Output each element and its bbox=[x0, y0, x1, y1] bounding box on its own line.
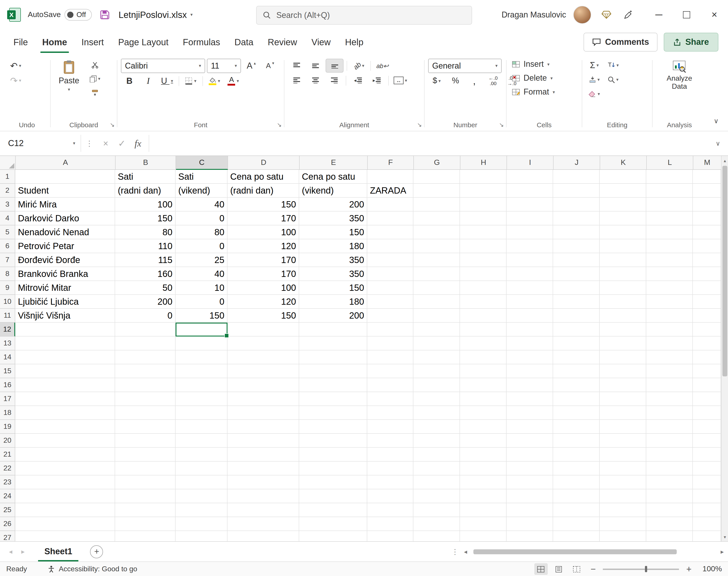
cell-B24[interactable] bbox=[115, 489, 176, 503]
column-header-L[interactable]: L bbox=[647, 156, 693, 170]
cell-B14[interactable] bbox=[115, 350, 176, 364]
cell-H5[interactable] bbox=[460, 225, 507, 239]
cell-I14[interactable] bbox=[507, 350, 553, 364]
cell-F15[interactable] bbox=[367, 364, 414, 378]
cell-M7[interactable] bbox=[693, 253, 721, 267]
cell-B3[interactable]: 100 bbox=[115, 198, 176, 211]
cell-A26[interactable] bbox=[15, 517, 115, 531]
cell-I27[interactable] bbox=[507, 531, 553, 541]
autosum-button[interactable]: Σ▾ bbox=[586, 59, 603, 72]
cell-M10[interactable] bbox=[693, 295, 721, 309]
font-name-select[interactable]: Calibri▾ bbox=[121, 59, 205, 73]
cell-E8[interactable]: 350 bbox=[299, 267, 367, 281]
cell-D19[interactable] bbox=[228, 420, 299, 434]
cell-B9[interactable]: 50 bbox=[115, 281, 176, 295]
cell-E25[interactable] bbox=[299, 503, 367, 517]
sheet-tab-sheet1[interactable]: Sheet1 bbox=[35, 542, 81, 561]
cell-C9[interactable]: 10 bbox=[176, 281, 228, 295]
row-header-27[interactable]: 27 bbox=[0, 531, 15, 541]
horizontal-scrollbar[interactable]: ◂ ▸ bbox=[464, 548, 724, 555]
cell-D26[interactable] bbox=[228, 517, 299, 531]
cell-J24[interactable] bbox=[553, 489, 600, 503]
cell-E26[interactable] bbox=[299, 517, 367, 531]
format-painter-button[interactable] bbox=[86, 86, 103, 99]
formula-input[interactable] bbox=[149, 135, 710, 152]
column-header-C[interactable]: C bbox=[176, 156, 228, 170]
cell-H14[interactable] bbox=[460, 350, 507, 364]
sheet-nav-right-icon[interactable]: ▸ bbox=[17, 548, 29, 556]
cell-L5[interactable] bbox=[646, 225, 693, 239]
tab-formulas[interactable]: Formulas bbox=[176, 30, 227, 55]
cell-L2[interactable] bbox=[646, 184, 693, 198]
cell-A25[interactable] bbox=[15, 503, 115, 517]
cell-K5[interactable] bbox=[600, 225, 646, 239]
cell-C12[interactable] bbox=[176, 323, 228, 337]
cell-D9[interactable]: 100 bbox=[228, 281, 299, 295]
cell-D8[interactable]: 170 bbox=[228, 267, 299, 281]
cell-A10[interactable]: Ljubičić Ljubica bbox=[15, 295, 115, 309]
cell-B25[interactable] bbox=[115, 503, 176, 517]
cell-E12[interactable] bbox=[299, 323, 367, 337]
cell-M21[interactable] bbox=[693, 448, 721, 462]
cell-C17[interactable] bbox=[176, 392, 228, 406]
cell-A15[interactable] bbox=[15, 364, 115, 378]
row-header-3[interactable]: 3 bbox=[0, 198, 15, 211]
cell-L20[interactable] bbox=[646, 434, 693, 448]
search-box[interactable]: Search (Alt+Q) bbox=[256, 6, 472, 25]
formula-bar-expand-button[interactable]: ∨ bbox=[710, 135, 726, 152]
cell-F18[interactable] bbox=[367, 406, 414, 420]
cell-I3[interactable] bbox=[507, 198, 553, 211]
cell-F27[interactable] bbox=[367, 531, 414, 541]
decrease-font-size-button[interactable]: A▾ bbox=[262, 59, 279, 73]
align-center-button[interactable] bbox=[307, 74, 324, 87]
column-header-A[interactable]: A bbox=[16, 156, 116, 170]
cell-E27[interactable] bbox=[299, 531, 367, 541]
cell-L12[interactable] bbox=[646, 323, 693, 337]
row-header-10[interactable]: 10 bbox=[0, 295, 15, 309]
cell-M26[interactable] bbox=[693, 517, 721, 531]
cell-I16[interactable] bbox=[507, 378, 553, 392]
cell-A3[interactable]: Mirić Mira bbox=[15, 198, 115, 211]
cell-K20[interactable] bbox=[600, 434, 646, 448]
cell-J1[interactable] bbox=[553, 170, 600, 184]
cell-B23[interactable] bbox=[115, 476, 176, 489]
undo-button[interactable]: ↶▾ bbox=[7, 59, 24, 72]
clear-button[interactable]: ▾ bbox=[586, 87, 603, 100]
cell-G7[interactable] bbox=[414, 253, 460, 267]
cell-C22[interactable] bbox=[176, 462, 228, 476]
cell-G2[interactable] bbox=[414, 184, 460, 198]
column-header-E[interactable]: E bbox=[300, 156, 368, 170]
scroll-right-arrow-icon[interactable]: ▸ bbox=[721, 548, 724, 555]
premium-gem-icon[interactable] bbox=[601, 10, 612, 19]
cell-F7[interactable] bbox=[367, 253, 414, 267]
cell-M22[interactable] bbox=[693, 462, 721, 476]
cell-M6[interactable] bbox=[693, 239, 721, 253]
cell-G25[interactable] bbox=[414, 503, 460, 517]
cell-A9[interactable]: Mitrović Mitar bbox=[15, 281, 115, 295]
cell-K11[interactable] bbox=[600, 309, 646, 323]
cell-F19[interactable] bbox=[367, 420, 414, 434]
cell-G14[interactable] bbox=[414, 350, 460, 364]
cell-M17[interactable] bbox=[693, 392, 721, 406]
row-header-26[interactable]: 26 bbox=[0, 517, 15, 531]
cell-A5[interactable]: Nenadović Nenad bbox=[15, 225, 115, 239]
cell-F17[interactable] bbox=[367, 392, 414, 406]
orientation-button[interactable]: ab▾ bbox=[350, 59, 367, 72]
cell-K2[interactable] bbox=[600, 184, 646, 198]
cell-J3[interactable] bbox=[553, 198, 600, 211]
underline-button[interactable]: U ▾ bbox=[158, 75, 176, 87]
cell-J18[interactable] bbox=[553, 406, 600, 420]
row-header-5[interactable]: 5 bbox=[0, 225, 15, 239]
cell-L25[interactable] bbox=[646, 503, 693, 517]
cell-K22[interactable] bbox=[600, 462, 646, 476]
cell-A21[interactable] bbox=[15, 448, 115, 462]
page-break-view-button[interactable] bbox=[570, 563, 583, 575]
alignment-dialog-launcher[interactable]: ↘ bbox=[417, 121, 422, 128]
cell-M2[interactable] bbox=[693, 184, 721, 198]
autosave-toggle[interactable]: AutoSave Off bbox=[28, 9, 92, 21]
cell-D4[interactable]: 170 bbox=[228, 211, 299, 225]
accessibility-status[interactable]: Accessibility: Good to go bbox=[48, 565, 137, 573]
delete-cells-button[interactable]: Delete▾ bbox=[510, 71, 578, 85]
insert-cells-button[interactable]: Insert▾ bbox=[510, 57, 578, 71]
cell-I17[interactable] bbox=[507, 392, 553, 406]
